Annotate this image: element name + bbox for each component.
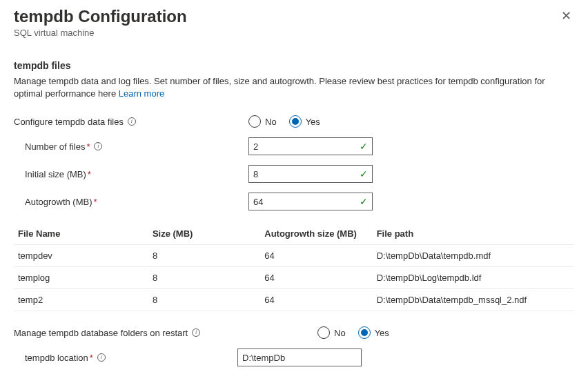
radio-icon bbox=[248, 115, 261, 128]
col-header-file-name: File Name bbox=[14, 223, 148, 245]
radio-icon bbox=[289, 115, 302, 128]
table-row: templog 8 64 D:\tempDb\Log\tempdb.ldf bbox=[14, 267, 574, 289]
validation-check-icon: ✓ bbox=[360, 168, 368, 179]
col-header-file-path: File path bbox=[373, 223, 574, 245]
required-indicator: * bbox=[86, 141, 90, 152]
cell-size: 8 bbox=[148, 245, 260, 267]
radio-label-yes: Yes bbox=[375, 328, 389, 338]
radio-icon bbox=[358, 326, 371, 339]
info-icon[interactable]: i bbox=[192, 328, 200, 337]
autogrowth-input[interactable]: 64 ✓ bbox=[248, 193, 373, 210]
required-indicator: * bbox=[88, 169, 91, 179]
manage-folders-label: Manage tempdb database folders on restar… bbox=[14, 328, 188, 338]
validation-check-icon: ✓ bbox=[360, 141, 368, 152]
col-header-autogrowth: Autogrowth size (MB) bbox=[260, 223, 372, 245]
description-text: Manage tempdb data and log files. Set nu… bbox=[14, 76, 545, 99]
configure-datafiles-yes[interactable]: Yes bbox=[289, 115, 320, 128]
manage-folders-no[interactable]: No bbox=[317, 326, 346, 339]
table-header-row: File Name Size (MB) Autogrowth size (MB)… bbox=[14, 223, 574, 245]
section-description: Manage tempdb data and log files. Set nu… bbox=[14, 75, 574, 100]
number-of-files-input[interactable]: 2 ✓ bbox=[248, 137, 373, 155]
tempdb-location-label: tempdb location bbox=[25, 353, 88, 363]
files-table: File Name Size (MB) Autogrowth size (MB)… bbox=[14, 223, 574, 311]
col-header-size: Size (MB) bbox=[148, 223, 260, 245]
radio-label-yes: Yes bbox=[306, 117, 320, 127]
configure-datafiles-label: Configure tempdb data files bbox=[14, 117, 124, 127]
section-heading-tempdb-files: tempdb files bbox=[14, 60, 574, 71]
configure-datafiles-no[interactable]: No bbox=[248, 115, 277, 128]
table-row: temp2 8 64 D:\tempDb\Data\tempdb_mssql_2… bbox=[14, 289, 574, 311]
cell-file-path: D:\tempDb\Log\tempdb.ldf bbox=[373, 267, 574, 289]
cell-file-name: tempdev bbox=[14, 245, 148, 267]
cell-autogrowth: 64 bbox=[260, 289, 372, 311]
input-value: D:\tempDb bbox=[242, 353, 357, 363]
input-value: 64 bbox=[253, 197, 360, 207]
initial-size-label: Initial size (MB) bbox=[25, 169, 86, 179]
cell-size: 8 bbox=[148, 289, 260, 311]
manage-folders-radio-group[interactable]: No Yes bbox=[317, 326, 389, 339]
table-row: tempdev 8 64 D:\tempDb\Data\tempdb.mdf bbox=[14, 245, 574, 267]
radio-label-no: No bbox=[334, 328, 346, 338]
page-title: tempdb Configuration bbox=[14, 7, 187, 26]
manage-folders-yes[interactable]: Yes bbox=[358, 326, 389, 339]
cell-file-name: templog bbox=[14, 267, 148, 289]
radio-label-no: No bbox=[265, 117, 277, 127]
info-icon[interactable]: i bbox=[128, 117, 136, 126]
number-of-files-label: Number of files bbox=[25, 141, 85, 152]
cell-autogrowth: 64 bbox=[260, 245, 372, 267]
info-icon[interactable]: i bbox=[94, 142, 102, 150]
radio-icon bbox=[317, 326, 330, 339]
cell-file-path: D:\tempDb\Data\tempdb.mdf bbox=[373, 245, 574, 267]
input-value: 2 bbox=[253, 141, 360, 152]
cell-autogrowth: 64 bbox=[260, 267, 372, 289]
validation-check-icon: ✓ bbox=[360, 196, 368, 207]
cell-size: 8 bbox=[148, 267, 260, 289]
learn-more-link[interactable]: Learn more bbox=[119, 88, 164, 99]
required-indicator: * bbox=[90, 353, 93, 363]
page-subtitle: SQL virtual machine bbox=[14, 28, 187, 38]
cell-file-name: temp2 bbox=[14, 289, 148, 311]
configure-datafiles-radio-group[interactable]: No Yes bbox=[248, 115, 320, 128]
initial-size-input[interactable]: 8 ✓ bbox=[248, 165, 373, 183]
close-icon[interactable]: ✕ bbox=[558, 7, 574, 25]
autogrowth-label: Autogrowth (MB) bbox=[25, 197, 92, 207]
input-value: 8 bbox=[253, 169, 360, 179]
info-icon[interactable]: i bbox=[97, 353, 106, 362]
tempdb-location-input[interactable]: D:\tempDb bbox=[237, 348, 362, 366]
cell-file-path: D:\tempDb\Data\tempdb_mssql_2.ndf bbox=[373, 289, 574, 311]
required-indicator: * bbox=[94, 197, 97, 207]
